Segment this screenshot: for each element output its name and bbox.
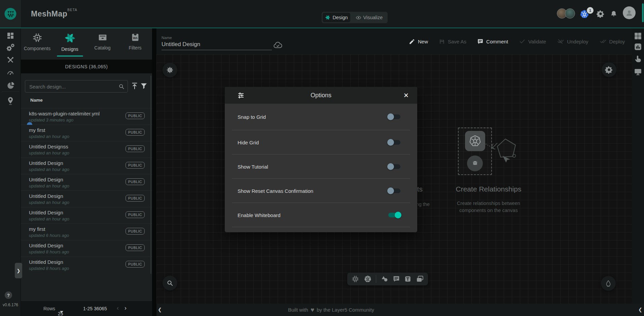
- options-modal-header: Options ✕: [225, 87, 417, 104]
- lifecycle-gears-icon[interactable]: [6, 43, 15, 52]
- design-list-item[interactable]: my first updated 6 hours ago PUBLIC: [21, 223, 152, 240]
- design-list-item[interactable]: Untitled Design updated 8 hours ago PUBL…: [21, 256, 152, 273]
- pencil-icon: [409, 38, 415, 45]
- dashboard-icon[interactable]: [6, 32, 14, 40]
- app-title: MeshMapBETA: [31, 9, 77, 19]
- design-pinwheel-icon: [325, 15, 330, 20]
- design-list-item[interactable]: Untitled Design updated an hour ago PUBL…: [21, 174, 152, 190]
- filter-funnel-icon[interactable]: [140, 82, 148, 90]
- help-button[interactable]: ?: [5, 291, 12, 299]
- show-reset-canvas-confirmation-toggle[interactable]: [388, 188, 400, 193]
- enable-whiteboard-toggle[interactable]: [388, 213, 400, 217]
- display-monitor-icon[interactable]: [634, 67, 642, 76]
- check-icon: [519, 38, 526, 45]
- comment-tool-icon[interactable]: [393, 275, 400, 283]
- design-mode-button[interactable]: Design: [323, 13, 350, 22]
- column-header-name: Name: [30, 98, 43, 103]
- deploy-button[interactable]: Deploy: [599, 38, 625, 45]
- tab-filters[interactable]: WA Filters: [119, 28, 151, 57]
- close-icon[interactable]: ✕: [402, 91, 410, 100]
- new-button[interactable]: New: [409, 38, 428, 45]
- double-check-crossed-icon: [557, 38, 564, 45]
- design-mode-label: Design: [332, 15, 348, 20]
- metrics-chart-icon[interactable]: [634, 42, 642, 51]
- notifications-bell-icon[interactable]: [610, 10, 617, 17]
- right-rail: [632, 28, 644, 304]
- collaborator-presence-dot: [27, 122, 32, 125]
- next-page-button[interactable]: ›: [124, 305, 127, 312]
- media-tool-icon[interactable]: [416, 275, 424, 283]
- create-relationships-desc: Create relationships between components …: [438, 200, 539, 214]
- visualize-mode-button[interactable]: Visualize: [352, 13, 387, 22]
- person-icon: [625, 9, 633, 17]
- undeploy-button[interactable]: Undeploy: [557, 38, 588, 45]
- header-bar: MeshMapBETA Design Visualize 1: [0, 0, 644, 28]
- tab-catalog-label: Catalog: [86, 45, 119, 50]
- design-actions: New Save As Comment Validate: [409, 28, 625, 55]
- components-grid-icon[interactable]: [634, 32, 642, 40]
- visibility-badge: PUBLIC: [126, 195, 145, 202]
- tab-catalog[interactable]: Catalog: [86, 28, 119, 57]
- design-list-item[interactable]: Untitled Design updated an hour ago PUBL…: [21, 157, 152, 174]
- visibility-badge: PUBLIC: [126, 145, 145, 152]
- design-list-item[interactable]: Untitled Design updated an hour ago PUBL…: [21, 207, 152, 223]
- meshmap-pin-icon[interactable]: [6, 97, 14, 105]
- validate-button[interactable]: Validate: [519, 38, 546, 45]
- canvas-ink-button[interactable]: [601, 276, 616, 291]
- design-list-item[interactable]: k8s-wasm-plugin-ratelimiter.yml updated …: [21, 108, 152, 125]
- show-tutorial-toggle[interactable]: [388, 164, 400, 169]
- comment-button[interactable]: Comment: [477, 38, 508, 45]
- design-list-item[interactable]: Untitled Design updated an hour ago PUBL…: [21, 190, 152, 207]
- visibility-badge: PUBLIC: [126, 178, 145, 185]
- expand-panel-button[interactable]: ❯: [15, 263, 22, 278]
- shapes-icon[interactable]: [381, 275, 389, 283]
- import-design-icon[interactable]: [131, 82, 139, 90]
- component-chip-icon[interactable]: [351, 275, 359, 283]
- design-list-item[interactable]: my first updated an hour ago PUBLIC: [21, 125, 152, 141]
- dock-divider: [376, 275, 376, 283]
- text-tool-icon[interactable]: [404, 275, 412, 283]
- design-list-item[interactable]: Untitled Designss updated an hour ago PU…: [21, 141, 152, 157]
- canvas-arrange-button[interactable]: [163, 63, 177, 77]
- visibility-badge: PUBLIC: [126, 228, 145, 235]
- prev-page-button[interactable]: ‹: [117, 305, 119, 312]
- option-row-hide-grid: Hide Grid: [232, 130, 410, 154]
- canvas-dock: [347, 273, 428, 285]
- toggle-knob: [387, 187, 394, 194]
- create-relationships-title: Create Relationships: [438, 185, 539, 193]
- settings-gear-icon[interactable]: [597, 10, 605, 18]
- footer-bar: ❮ Built with ♥ by the Layer5 Community ❮: [156, 304, 644, 316]
- canvas-zoom-button[interactable]: [163, 276, 177, 290]
- ink-drop-icon: [605, 280, 612, 287]
- visibility-badge: PUBLIC: [126, 129, 145, 136]
- option-row-show-reset-canvas-confirmation: Show Reset Canvas Confirmation: [232, 179, 410, 203]
- configuration-tools-icon[interactable]: [6, 56, 14, 64]
- design-list-item[interactable]: Untitled Design updated 8 hours ago PUBL…: [21, 240, 152, 256]
- collaborator-avatar-2[interactable]: [565, 8, 575, 19]
- rows-label: Rows: [43, 306, 55, 311]
- snap-to-grid-toggle[interactable]: [388, 114, 400, 119]
- touch-interaction-icon[interactable]: [634, 55, 642, 63]
- toggle-knob: [387, 113, 394, 120]
- footer-credit: Built with ♥ by the Layer5 Community: [156, 304, 506, 316]
- kubernetes-wheel-icon[interactable]: [364, 275, 372, 283]
- profile-avatar[interactable]: [623, 6, 636, 19]
- design-list: k8s-wasm-plugin-ratelimiter.yml updated …: [21, 108, 152, 273]
- footer-collapse-right-icon[interactable]: ❮: [638, 307, 642, 312]
- canvas-settings-button[interactable]: [602, 62, 616, 77]
- toggle-knob: [387, 163, 394, 170]
- layer5-logo-button[interactable]: [0, 0, 21, 28]
- design-search-input[interactable]: [29, 80, 114, 93]
- tab-components[interactable]: Components: [21, 28, 53, 57]
- design-toolbar: Name New Save As Comment: [156, 28, 632, 55]
- hide-grid-toggle[interactable]: [388, 140, 400, 145]
- layer5-mesh-logo-icon: [3, 7, 17, 21]
- save-as-button[interactable]: Save As: [439, 38, 466, 45]
- performance-gauge-icon[interactable]: [6, 69, 14, 77]
- panel-scrollbar[interactable]: [150, 75, 151, 274]
- extensions-pie-icon[interactable]: [6, 81, 15, 90]
- tab-designs[interactable]: Designs: [53, 28, 86, 57]
- design-pinwheel-icon: [64, 32, 76, 44]
- flower-gear-icon: [166, 66, 174, 74]
- design-name-input[interactable]: [162, 41, 272, 50]
